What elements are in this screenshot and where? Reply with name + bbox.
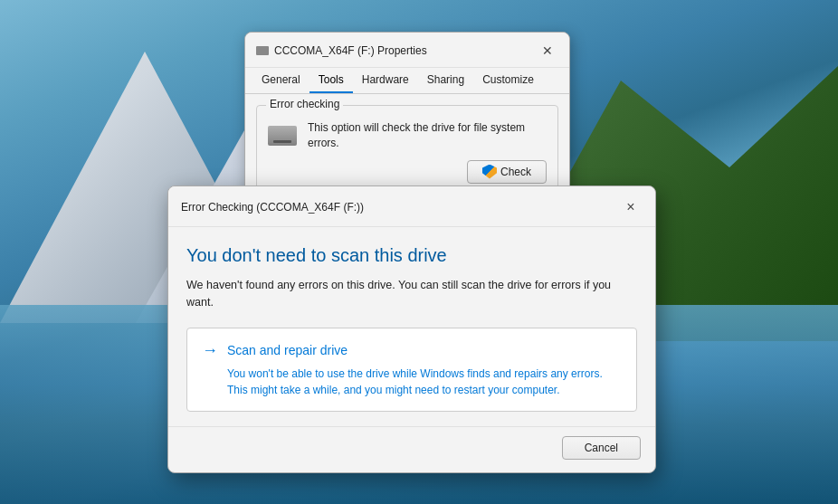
check-button[interactable]: Check bbox=[467, 160, 547, 184]
error-dialog: Error Checking (CCCOMA_X64F (F:)) × You … bbox=[167, 185, 656, 473]
properties-title: CCCOMA_X64F (F:) Properties bbox=[274, 44, 427, 57]
dialog-body: You don't need to scan this drive We hav… bbox=[168, 227, 655, 426]
dialog-subtitle: We haven't found any errors on this driv… bbox=[186, 277, 637, 311]
error-checking-legend: Error checking bbox=[266, 98, 343, 110]
dialog-footer: Cancel bbox=[168, 426, 655, 472]
tabs-bar: General Tools Hardware Sharing Customize bbox=[245, 68, 569, 94]
tab-hardware[interactable]: Hardware bbox=[353, 68, 418, 93]
check-button-row: Check bbox=[268, 160, 547, 184]
dialog-close-button[interactable]: × bbox=[619, 195, 643, 219]
tab-customize[interactable]: Customize bbox=[473, 68, 543, 93]
drive-icon bbox=[268, 126, 297, 146]
tab-sharing[interactable]: Sharing bbox=[418, 68, 473, 93]
window-icon bbox=[256, 46, 269, 55]
scan-option-description: You won't be able to use the drive while… bbox=[202, 366, 622, 398]
dialog-titlebar: Error Checking (CCCOMA_X64F (F:)) × bbox=[168, 186, 655, 227]
properties-close-button[interactable]: ✕ bbox=[537, 40, 558, 62]
dialog-title: Error Checking (CCCOMA_X64F (F:)) bbox=[181, 201, 364, 214]
dialog-heading: You don't need to scan this drive bbox=[186, 245, 637, 266]
dialog-cancel-button[interactable]: Cancel bbox=[562, 436, 641, 460]
error-check-row: This option will check the drive for fil… bbox=[268, 120, 547, 151]
scan-option[interactable]: → Scan and repair drive You won't be abl… bbox=[186, 328, 637, 412]
titlebar-left: CCCOMA_X64F (F:) Properties bbox=[256, 44, 427, 57]
error-check-description: This option will check the drive for fil… bbox=[308, 120, 547, 151]
tab-general[interactable]: General bbox=[252, 68, 309, 93]
error-checking-group: Error checking This option will check th… bbox=[256, 105, 558, 194]
tab-tools[interactable]: Tools bbox=[309, 68, 353, 93]
scan-option-header: → Scan and repair drive bbox=[202, 341, 622, 360]
shield-icon bbox=[482, 165, 497, 179]
properties-titlebar: CCCOMA_X64F (F:) Properties ✕ bbox=[245, 33, 569, 68]
arrow-icon: → bbox=[202, 341, 218, 360]
scan-option-title: Scan and repair drive bbox=[227, 343, 348, 357]
